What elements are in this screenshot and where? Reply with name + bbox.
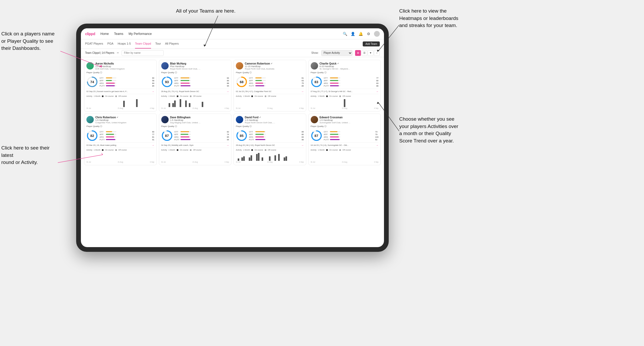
quality-ring[interactable]: 93 [161, 76, 173, 88]
player-name-callout: Click on a players nameor Player Quality… [1, 30, 55, 52]
player-card[interactable]: David Ford ✓ 1-5 Handicap Royal North De… [233, 114, 306, 165]
recent-round[interactable]: 03 Mar 23 | 19, Must make putting → [86, 142, 154, 147]
quality-section[interactable]: 74 OTT 60 APP 58 ARG 84 PUTT [86, 76, 154, 88]
chart-bar [258, 153, 259, 161]
recent-round-arrow[interactable]: → [152, 90, 154, 93]
chart-bar [174, 100, 176, 107]
list-view-button[interactable]: ☰ [361, 50, 367, 56]
player-card[interactable]: Cameron Robertson ✓ 11-15 Handicap Royal… [233, 60, 306, 111]
chart-labels: 31 Jul 21 Aug 4 Sep [161, 161, 229, 163]
quality-score: 68 [240, 80, 243, 84]
player-avatar[interactable] [86, 62, 94, 70]
tab-hcaps[interactable]: Hcaps 1-5 [118, 39, 131, 49]
activity-chart [311, 151, 379, 161]
tab-team-clippd[interactable]: Team Clippd [135, 39, 151, 49]
recent-round-arrow[interactable]: → [226, 144, 229, 147]
player-info: Blair McHarg Plus Handicap Royal North D… [170, 62, 229, 70]
bell-icon[interactable]: 🔔 [358, 31, 363, 36]
player-grid: Aaron Nicholls 11-15 Handicap Drift Golf… [81, 57, 384, 247]
player-name[interactable]: David Ford ✓ [245, 116, 304, 119]
player-avatar[interactable] [236, 62, 243, 70]
recent-round[interactable]: 26 Aug 23 | 73 (+1), Royal North Devon G… [161, 89, 229, 93]
quality-section[interactable]: 85 OTT 89 APP 80 ARG 83 PUTT [236, 130, 304, 141]
recent-round-arrow[interactable]: → [376, 144, 378, 147]
quality-section[interactable]: 68 OTT 61 APP 63 ARG 75 PUTT [236, 76, 304, 88]
player-card[interactable]: Dave Billingham 1-5 Handicap Sog Maging … [159, 114, 232, 165]
grid-view-button[interactable]: ⊞ [355, 50, 361, 56]
quality-ring[interactable]: 83 [311, 76, 322, 88]
player-card[interactable]: Edward Crossman 1-5 Handicap Sunningdale… [308, 114, 381, 165]
player-card[interactable]: Blair McHarg Plus Handicap Royal North D… [159, 60, 232, 111]
player-name[interactable]: Edward Crossman [320, 116, 379, 119]
nav-my-performance[interactable]: My Performance [129, 32, 152, 36]
profile-icon[interactable]: 👤 [350, 31, 355, 36]
show-select[interactable]: Player Activity Quality Score Trend [321, 50, 352, 56]
quality-ring[interactable]: 82 [86, 130, 98, 141]
quality-ring[interactable]: 87 [161, 130, 173, 141]
player-avatar[interactable] [311, 116, 318, 123]
activity-section: Activity · 1 Month On course Off course … [86, 94, 154, 109]
tab-tour[interactable]: Tour [155, 39, 161, 49]
tab-pgat[interactable]: PGAT Players [85, 39, 103, 49]
player-info: Edward Crossman 1-5 Handicap Sunningdale… [320, 116, 379, 124]
stat-bar-ott [255, 131, 301, 133]
filter-input[interactable] [122, 50, 164, 56]
player-name[interactable]: Chris Robertson ✓ [95, 116, 154, 119]
recent-round-arrow[interactable]: → [376, 90, 378, 93]
nav-home[interactable]: Home [100, 32, 109, 36]
quality-section[interactable]: 87 OTT 73 APP 79 ARG 103 PUTT [311, 130, 379, 141]
nav-teams[interactable]: Teams [114, 32, 123, 36]
player-avatar[interactable] [161, 116, 169, 123]
player-name[interactable]: Dave Billingham [170, 116, 229, 119]
recent-round-arrow[interactable]: → [301, 144, 304, 147]
recent-round[interactable]: 26 Aug 23 | 84 (+12), Royal North Devon … [236, 142, 304, 147]
player-avatar[interactable] [86, 116, 94, 123]
search-icon[interactable]: 🔍 [342, 31, 347, 36]
player-name[interactable]: Cameron Robertson ✓ [245, 62, 304, 65]
settings-icon[interactable]: ⚙ [366, 31, 371, 36]
heatmap-callout: Click here to view theHeatmaps or leader… [399, 7, 458, 29]
quality-ring[interactable]: 74 [86, 76, 98, 88]
player-name[interactable]: Aaron Nicholls [95, 62, 154, 65]
recent-round[interactable]: 02 Jul 23 | 59 (+17), Craigmillar Park G… [236, 89, 304, 93]
quality-section[interactable]: 93 OTT 84 APP 85 ARG 88 PUTT [161, 76, 229, 88]
player-name[interactable]: Blair McHarg [170, 62, 229, 65]
stat-label-putt: PUTT [174, 85, 180, 87]
stat-bar-arg [255, 136, 301, 138]
stat-val-arg: 81 [152, 136, 154, 138]
stats-grid: OTT 82 APP 74 ARG 85 PUTT 94 [174, 131, 229, 141]
stat-label-ott: OTT [249, 131, 254, 133]
quality-section[interactable]: 87 OTT 82 APP 74 ARG 85 PUTT [161, 130, 229, 141]
tab-pga[interactable]: PGA [107, 39, 113, 49]
sort-button[interactable]: ↕ [374, 50, 380, 56]
edit-icon[interactable]: ✏ [117, 51, 119, 54]
quality-ring[interactable]: 85 [236, 130, 247, 141]
recent-round[interactable]: 07 Aug 23 | 77 (+7), St George's Hill GC… [311, 89, 379, 93]
recent-round-arrow[interactable]: → [152, 144, 154, 147]
player-card[interactable]: Charlie Quick ✓ 6-10 Handicap St. George… [308, 60, 381, 111]
recent-round-arrow[interactable]: → [301, 90, 304, 93]
recent-round-arrow[interactable]: → [226, 90, 229, 93]
recent-round[interactable]: 18 Jul 23 | 74 (+4), Sunningdale GC - Ol… [311, 142, 379, 147]
player-club: Royal Perth Golf Club, Australia [245, 68, 276, 70]
player-card[interactable]: Aaron Nicholls 11-15 Handicap Drift Golf… [84, 60, 157, 111]
avatar[interactable] [374, 31, 380, 37]
filter-button[interactable]: ▼ [368, 50, 373, 56]
player-name[interactable]: Charlie Quick ✓ [320, 62, 379, 65]
player-avatar[interactable] [311, 62, 318, 70]
player-card[interactable]: Chris Robertson ✓ 1-5 Handicap Craigmill… [84, 114, 157, 165]
quality-section[interactable]: 82 OTT 60 APP 77 ARG 81 PUTT [86, 130, 154, 141]
tab-all-players[interactable]: All Players [165, 39, 179, 49]
quality-ring[interactable]: 68 [236, 76, 247, 88]
recent-round[interactable]: 04 Sep 23 | Mobility with coach, Gym → [161, 142, 229, 147]
quality-ring[interactable]: 87 [311, 130, 322, 141]
add-team-button[interactable]: Add Team [363, 41, 380, 46]
recent-round[interactable]: 02 Sep 23 | Sunset round to get back int… [86, 89, 154, 93]
player-avatar[interactable] [161, 62, 169, 70]
on-course-legend [102, 149, 103, 151]
player-avatar[interactable] [236, 116, 243, 123]
quality-section[interactable]: 83 OTT 77 APP 80 ARG 83 PUTT [311, 76, 379, 88]
stat-label-app: APP [249, 79, 254, 82]
recent-round-text: 07 Aug 23 | 77 (+7), St George's Hill GC… [311, 90, 375, 93]
stat-label-app: APP [324, 79, 329, 82]
